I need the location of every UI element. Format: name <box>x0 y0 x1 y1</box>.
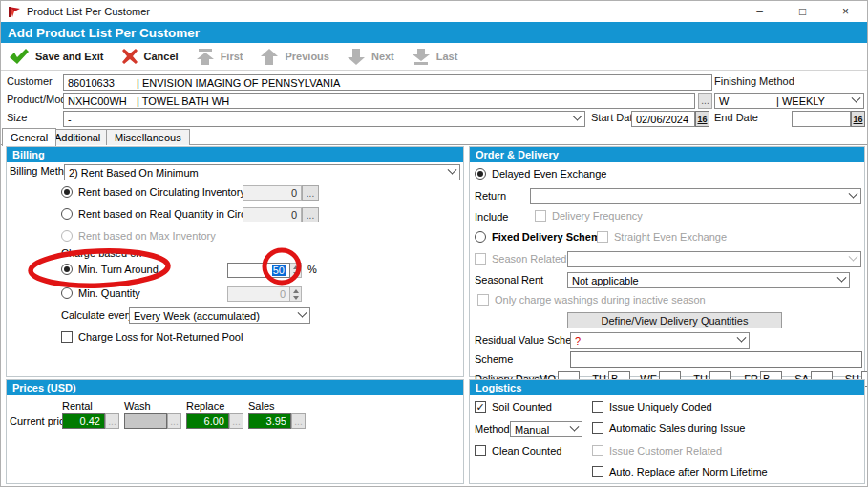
rent-circulating-field[interactable]: 0 <box>243 185 302 201</box>
charge-based-on-label: Charge based on <box>61 247 141 259</box>
clean-counted-option[interactable]: Clean Counted <box>475 445 561 456</box>
rent-max-inventory-radio <box>61 230 73 242</box>
automatic-sales-option[interactable]: Automatic Sales during Issue <box>592 422 745 434</box>
delivery-frequency-checkbox <box>535 210 546 222</box>
arrow-down-bar-icon <box>412 49 431 65</box>
start-date-field[interactable]: 02/06/2024 <box>631 111 695 127</box>
charge-loss-option[interactable]: Charge Loss for Not-Returned Pool <box>61 331 243 343</box>
next-button[interactable]: Next <box>347 49 394 65</box>
percent-label: % <box>307 264 317 275</box>
chevron-down-icon <box>570 422 580 432</box>
current-price-wash-field[interactable] <box>124 413 167 429</box>
charge-loss-checkbox[interactable] <box>61 331 73 343</box>
close-button[interactable]: × <box>824 1 867 22</box>
auto-replace-option[interactable]: Auto. Replace after Norm Lifetime <box>592 466 768 477</box>
customer-label: Customer <box>7 75 53 87</box>
rent-real-quantity-browse-button[interactable]: ... <box>302 207 319 222</box>
logistics-section-header: Logistics <box>470 380 864 395</box>
min-quantity-spinner[interactable] <box>290 286 302 302</box>
issue-uniquely-coded-option[interactable]: Issue Uniquely Coded <box>592 401 712 413</box>
replace-browse-button[interactable]: ... <box>229 413 243 429</box>
window-title: Product List Per Customer <box>27 6 150 17</box>
min-quantity-radio[interactable] <box>61 287 73 299</box>
season-related-select <box>567 251 861 267</box>
logistics-section: Logistics ✓ Soil Counted Issue Uniquely … <box>469 379 865 484</box>
rent-real-quantity-radio[interactable] <box>61 208 73 220</box>
automatic-sales-checkbox[interactable] <box>592 422 603 434</box>
tab-miscellaneous[interactable]: Miscellaneous <box>106 129 190 145</box>
fixed-delivery-scheme-option[interactable]: Fixed Delivery Scheme <box>475 231 606 243</box>
finishing-method-select[interactable]: W | WEEKLY <box>714 93 864 109</box>
auto-replace-checkbox[interactable] <box>592 466 603 477</box>
product-model-field[interactable]: NXHC00WH | TOWEL BATH WH <box>63 93 695 109</box>
wash-browse-button[interactable]: ... <box>167 413 181 429</box>
toolbar: Save and Exit Cancel First Previous <box>1 43 867 71</box>
save-and-exit-button[interactable]: Save and Exit <box>9 49 104 65</box>
delayed-even-exchange-radio[interactable] <box>475 168 486 180</box>
product-list-window: Product List Per Customer – □ × Add Prod… <box>0 0 868 487</box>
delivery-frequency-option: Delivery Frequency <box>535 210 643 222</box>
min-turn-around-option[interactable]: Min. Turn Around <box>61 264 159 275</box>
size-select[interactable]: - <box>63 111 585 127</box>
app-icon <box>8 6 21 18</box>
current-price-rental-field[interactable]: 0.42 <box>62 413 105 429</box>
fixed-delivery-scheme-radio[interactable] <box>475 231 486 243</box>
method-select[interactable]: Manual <box>510 421 582 437</box>
return-label: Return <box>475 190 506 201</box>
rent-circulating-radio[interactable] <box>61 186 73 198</box>
rent-circulating-browse-button[interactable]: ... <box>302 185 319 201</box>
scheme-field[interactable] <box>570 351 862 368</box>
calculate-every-label: Calculate every <box>61 309 134 321</box>
end-date-field[interactable] <box>792 111 851 127</box>
return-select[interactable] <box>530 188 861 204</box>
cancel-button[interactable]: Cancel <box>121 49 179 64</box>
min-quantity-field[interactable]: 0 <box>227 286 290 302</box>
chevron-down-icon <box>737 333 747 343</box>
issue-customer-related-checkbox <box>592 445 603 456</box>
clean-counted-checkbox[interactable] <box>475 445 486 456</box>
delayed-even-exchange-option[interactable]: Delayed Even Exchange <box>475 168 606 180</box>
soil-counted-option[interactable]: ✓ Soil Counted <box>475 401 552 413</box>
soil-counted-checkbox[interactable]: ✓ <box>475 401 486 413</box>
col-replace: Replace <box>186 400 224 412</box>
arrow-up-icon <box>260 49 279 65</box>
residual-value-scheme-select[interactable]: ? <box>570 332 750 349</box>
issue-uniquely-coded-checkbox[interactable] <box>592 401 603 413</box>
inactive-season-option: Only charge washings during inactive sea… <box>477 294 706 306</box>
straight-even-exchange-checkbox <box>597 231 608 243</box>
chevron-down-icon <box>849 189 858 199</box>
min-turn-around-radio[interactable] <box>61 264 73 275</box>
sales-browse-button[interactable]: ... <box>291 413 306 429</box>
define-view-delivery-button[interactable]: Define/View Delivery Quantities <box>567 312 782 328</box>
end-date-picker-button[interactable]: 16 <box>851 111 865 127</box>
finishing-method-label: Finishing Method <box>714 75 794 87</box>
seasonal-rent-label: Seasonal Rent <box>475 274 543 286</box>
maximize-button[interactable]: □ <box>781 1 824 22</box>
arrow-down-icon <box>347 49 366 65</box>
min-turn-around-spinner[interactable] <box>290 263 302 278</box>
first-button[interactable]: First <box>196 49 243 65</box>
start-date-picker-button[interactable]: 16 <box>695 111 709 127</box>
rent-real-quantity-field[interactable]: 0 <box>243 207 302 222</box>
tab-general[interactable]: General <box>2 128 56 146</box>
calculate-every-select[interactable]: Every Week (accumulated) <box>129 307 310 324</box>
billing-method-select[interactable]: 2) Rent Based On Minimum <box>64 164 460 180</box>
minimize-button[interactable]: – <box>738 1 781 22</box>
product-browse-button[interactable]: ... <box>698 93 712 109</box>
billing-section-header: Billing <box>7 147 463 162</box>
customer-field[interactable]: 86010633 | ENVISION IMAGING OF PENNSYLVA… <box>63 74 712 91</box>
previous-button[interactable]: Previous <box>260 49 328 65</box>
last-button[interactable]: Last <box>412 49 458 65</box>
col-rental: Rental <box>62 400 93 412</box>
seasonal-rent-select[interactable]: Not applicable <box>567 272 850 288</box>
min-turn-around-field[interactable]: 50 <box>227 263 290 278</box>
current-price-replace-field[interactable]: 6.00 <box>186 413 229 429</box>
check-icon <box>9 49 30 65</box>
rental-browse-button[interactable]: ... <box>105 413 119 429</box>
end-date-label: End Date <box>714 112 758 123</box>
rent-circulating-option[interactable]: Rent based on Circulating Inventory <box>61 186 245 198</box>
min-quantity-option[interactable]: Min. Quantity <box>61 287 140 299</box>
inactive-season-checkbox <box>477 294 489 306</box>
current-price-sales-field[interactable]: 3.95 <box>248 413 291 429</box>
prices-section: Prices (USD) Rental Wash Replace Sales C… <box>6 379 464 484</box>
